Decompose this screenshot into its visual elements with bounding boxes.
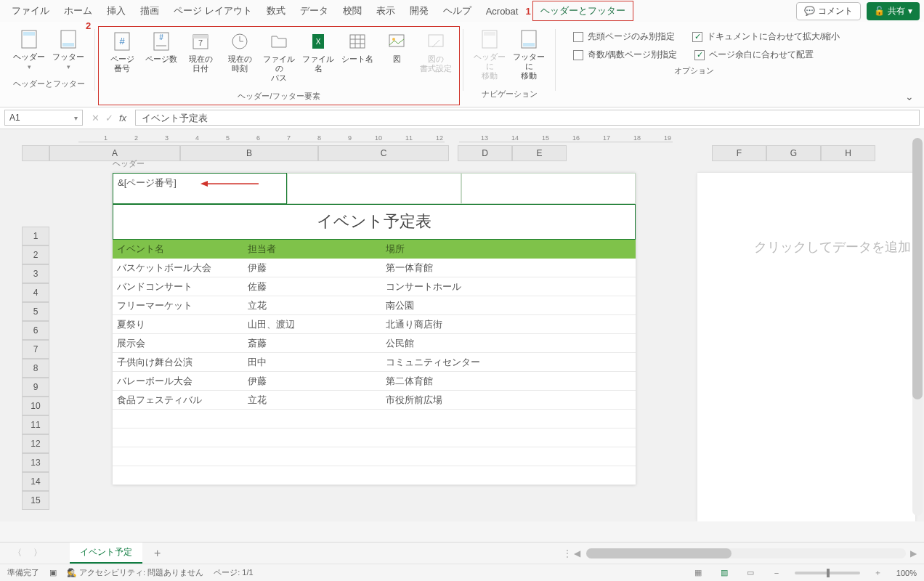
horizontal-scrollbar[interactable] — [586, 548, 906, 558]
table-cell[interactable]: フリーマーケット — [113, 296, 243, 314]
hscroll-right[interactable]: ▶ — [910, 548, 917, 558]
page-count-button[interactable]: #ページ数 — [142, 28, 180, 67]
share-button[interactable]: 🔓 共有 ▾ — [867, 2, 920, 20]
column-header[interactable]: C — [318, 145, 449, 161]
current-date-button[interactable]: 7現在の 日付 — [182, 28, 219, 76]
table-cell[interactable]: バンドコンサート — [113, 277, 243, 296]
view-page-break-button[interactable]: ▭ — [742, 568, 758, 577]
footer-button[interactable]: フッター▾ — [49, 26, 87, 74]
table-cell[interactable]: 立花 — [243, 296, 381, 314]
table-cell[interactable]: 子供向け舞台公演 — [113, 353, 243, 371]
goto-footer-button[interactable]: フッターに 移動 — [510, 26, 548, 84]
row-header[interactable]: 3 — [22, 264, 49, 283]
row-header[interactable]: 2 — [22, 245, 49, 264]
sheet-tab-active[interactable]: イベント予定 — [70, 543, 142, 564]
table-row-empty[interactable] — [113, 410, 636, 428]
view-page-layout-button[interactable]: ▥ — [716, 568, 732, 577]
select-all-corner[interactable] — [22, 145, 49, 161]
table-row[interactable]: バンドコンサート佐藤コンサートホール — [113, 277, 636, 296]
table-cell[interactable]: 食品フェスティバル — [113, 391, 243, 409]
menu-file[interactable]: ファイル — [4, 1, 57, 20]
table-cell[interactable]: 田中 — [243, 353, 381, 371]
header-left-cell[interactable]: &[ページ番号] — [113, 173, 287, 204]
row-header[interactable]: 13 — [22, 453, 49, 472]
opt-first-page-different[interactable]: 先頭ページのみ別指定 — [573, 31, 675, 43]
zoom-slider-thumb[interactable] — [827, 569, 830, 577]
page-preview-2[interactable]: クリックしてデータを追加 — [697, 173, 915, 521]
zoom-level[interactable]: 100% — [896, 569, 917, 577]
menu-draw[interactable]: 描画 — [133, 1, 166, 20]
column-header[interactable]: G — [766, 145, 821, 161]
enter-icon[interactable]: ✓ — [105, 113, 113, 123]
header-button[interactable]: ヘッダー▾ — [10, 26, 48, 74]
row-header[interactable]: 1 — [22, 227, 49, 245]
row-header[interactable]: 10 — [22, 397, 49, 415]
column-header[interactable]: D — [458, 145, 512, 161]
table-cell[interactable]: 伊藤 — [243, 372, 381, 390]
menu-acrobat[interactable]: Acrobat — [479, 3, 526, 20]
table-row[interactable]: 展示会斎藤公民館 — [113, 334, 636, 353]
table-cell[interactable]: 斎藤 — [243, 334, 381, 352]
table-cell[interactable]: 市役所前広場 — [381, 391, 512, 409]
menu-header-footer[interactable]: ヘッダーとフッター — [532, 1, 633, 21]
menu-formulas[interactable]: 数式 — [259, 1, 293, 20]
row-header[interactable]: 8 — [22, 359, 49, 378]
header-right-cell[interactable] — [461, 173, 636, 204]
row-header[interactable]: 5 — [22, 302, 49, 321]
table-cell[interactable]: 北通り商店街 — [381, 315, 512, 333]
file-path-button[interactable]: ファイルの パス — [260, 28, 298, 86]
table-cell[interactable]: コミュニティセンター — [381, 353, 512, 371]
ribbon-collapse-button[interactable]: ⌄ — [905, 91, 914, 102]
opt-scale-with-doc[interactable]: ✓ドキュメントに合わせて拡大/縮小 — [692, 31, 840, 43]
table-row[interactable]: バスケットボール大会伊藤第一体育館 — [113, 259, 636, 277]
current-time-button[interactable]: 現在の 時刻 — [221, 28, 259, 76]
table-cell[interactable]: コンサートホール — [381, 277, 512, 296]
page-number-button[interactable]: #ページ 番号 — [103, 28, 141, 76]
tab-split-handle[interactable]: ⋮ ◀ — [563, 548, 580, 558]
table-row[interactable]: バレーボール大会伊藤第二体育館 — [113, 372, 636, 391]
table-row-empty[interactable] — [113, 428, 636, 447]
table-row[interactable]: 夏祭り山田、渡辺北通り商店街 — [113, 315, 636, 334]
table-row-empty[interactable] — [113, 466, 636, 485]
header-center-cell[interactable] — [287, 173, 461, 204]
tab-nav-prev[interactable]: 〈 — [7, 547, 28, 559]
vscroll-thumb[interactable] — [912, 138, 923, 399]
accessibility-status[interactable]: 🕵 アクセシビリティ: 問題ありません — [67, 567, 203, 578]
macro-record-icon[interactable]: ▣ — [49, 568, 57, 577]
table-row[interactable]: フリーマーケット立花南公園 — [113, 296, 636, 315]
view-normal-button[interactable]: ▦ — [690, 568, 706, 577]
opt-odd-even-different[interactable]: 奇数/偶数ページ別指定 — [573, 49, 677, 61]
column-header[interactable]: F — [712, 145, 766, 161]
opt-align-margins[interactable]: ✓ページ余白に合わせて配置 — [694, 49, 814, 61]
row-header[interactable]: 4 — [22, 283, 49, 302]
menu-help[interactable]: ヘルプ — [436, 1, 479, 20]
file-name-button[interactable]: Xファイル名 — [299, 28, 337, 76]
table-cell[interactable]: 展示会 — [113, 334, 243, 352]
new-sheet-button[interactable]: + — [142, 547, 172, 560]
table-row[interactable]: 子供向け舞台公演田中コミュニティセンター — [113, 353, 636, 372]
tab-nav-next[interactable]: 〉 — [28, 547, 48, 559]
table-cell[interactable]: 伊藤 — [243, 259, 381, 277]
table-cell[interactable]: 第一体育館 — [381, 259, 512, 277]
table-row-empty[interactable] — [113, 447, 636, 466]
table-cell[interactable]: 佐藤 — [243, 277, 381, 296]
menu-developer[interactable]: 開発 — [402, 1, 436, 20]
row-header[interactable]: 6 — [22, 321, 49, 340]
column-header[interactable]: B — [180, 145, 318, 161]
table-cell[interactable]: 夏祭り — [113, 315, 243, 333]
table-cell[interactable]: 公民館 — [381, 334, 512, 352]
vertical-scrollbar[interactable] — [912, 138, 923, 516]
column-header[interactable]: H — [821, 145, 875, 161]
table-cell[interactable]: 立花 — [243, 391, 381, 409]
menu-review[interactable]: 校閲 — [336, 1, 369, 20]
row-header[interactable]: 12 — [22, 434, 49, 453]
table-cell[interactable]: 第二体育館 — [381, 372, 512, 390]
table-cell[interactable]: バスケットボール大会 — [113, 259, 243, 277]
menu-insert[interactable]: 挿入 — [100, 1, 133, 20]
hscroll-thumb[interactable] — [586, 548, 732, 558]
row-header[interactable]: 7 — [22, 340, 49, 359]
comments-button[interactable]: 💬 コメント — [796, 2, 861, 20]
row-header[interactable]: 11 — [22, 415, 49, 434]
menu-data[interactable]: データ — [293, 1, 336, 20]
picture-button[interactable]: 図 — [378, 28, 416, 67]
